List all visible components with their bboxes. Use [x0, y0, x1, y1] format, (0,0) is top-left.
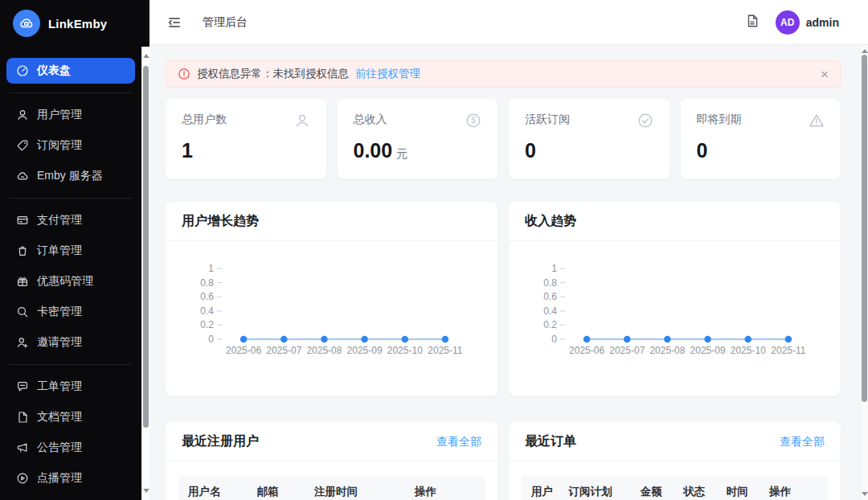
chart-title: 收入趋势 — [525, 213, 576, 230]
view-all-link[interactable]: 查看全部 — [436, 435, 481, 449]
sidebar-item-dashboard[interactable]: 仪表盘 — [6, 58, 135, 84]
license-alert: 授权信息异常：未找到授权信息 前往授权管理 × — [166, 60, 841, 88]
gift-icon — [16, 275, 29, 288]
sidebar-fold-icon[interactable] — [167, 14, 185, 31]
invite-user-icon — [16, 336, 29, 349]
sidebar-item-documents[interactable]: 文档管理 — [6, 404, 135, 430]
megaphone-icon — [16, 441, 29, 454]
sidebar-item-label: Emby 服务器 — [37, 169, 103, 183]
sidebar-item-tickets[interactable]: 工单管理 — [6, 374, 135, 400]
table-title: 最近订单 — [525, 433, 576, 450]
svg-text:2025-07: 2025-07 — [609, 345, 645, 356]
stat-label: 活跃订阅 — [525, 113, 570, 127]
alert-close-icon[interactable]: × — [821, 68, 829, 81]
stat-card-total-users: 总用户数1 — [166, 99, 326, 179]
avatar[interactable]: AD — [776, 10, 800, 35]
logo: LinkEmby — [0, 0, 149, 47]
document-icon — [16, 411, 29, 424]
column-header: 金额 — [641, 485, 684, 499]
nav-divider — [10, 198, 132, 199]
svg-text:0.4: 0.4 — [200, 305, 214, 317]
svg-text:0: 0 — [551, 334, 557, 345]
sidebar-item-label: 支付管理 — [37, 213, 82, 227]
svg-text:1: 1 — [208, 263, 214, 274]
column-header: 注册时间 — [314, 485, 415, 499]
column-header: 时间 — [727, 485, 770, 499]
sidebar-item-label: 卡密管理 — [37, 305, 82, 319]
revenue-chart: 收入趋势10.80.60.40.202025-062025-072025-082… — [509, 202, 841, 396]
alert-message: 授权信息异常：未找到授权信息 — [197, 67, 349, 81]
sidebar-item-subscriptions[interactable]: 订阅管理 — [6, 133, 135, 158]
svg-text:2025-07: 2025-07 — [266, 345, 301, 356]
svg-text:0.6: 0.6 — [543, 291, 557, 302]
sidebar-item-label: 用户管理 — [37, 108, 82, 122]
content: 授权信息异常：未找到授权信息 前往授权管理 × 总用户数1总收入$0.00元活跃… — [149, 45, 868, 500]
scroll-down-arrow-icon[interactable] — [862, 492, 868, 496]
magnifier-icon — [16, 305, 29, 318]
column-header: 订阅计划 — [568, 485, 640, 499]
order-bag-icon — [16, 244, 29, 257]
chat-bubble-icon — [16, 380, 29, 393]
sidebar-item-coupons[interactable]: 优惠码管理 — [6, 268, 135, 294]
sidebar-item-label: 仪表盘 — [37, 64, 71, 78]
stat-card-active-subscriptions: 活跃订阅0 — [509, 99, 669, 179]
sidebar-item-users[interactable]: 用户管理 — [6, 102, 135, 128]
column-header: 状态 — [683, 485, 727, 499]
topbar: 管理后台 AD admin — [149, 0, 868, 45]
sidebar-item-orders[interactable]: 订单管理 — [6, 238, 135, 264]
play-circle-icon — [16, 472, 29, 485]
nav-divider — [10, 364, 132, 365]
stat-value: 0 — [697, 139, 708, 162]
sidebar-scrollbar-thumb[interactable] — [143, 66, 149, 428]
sidebar-item-card-keys[interactable]: 卡密管理 — [6, 299, 135, 325]
sidebar-item-payments[interactable]: 支付管理 — [6, 207, 135, 233]
sidebar-item-label: 订阅管理 — [37, 138, 82, 153]
svg-text:2025-08: 2025-08 — [306, 345, 342, 356]
sidebar-item-label: 邀请管理 — [37, 335, 82, 350]
scroll-up-arrow-icon[interactable] — [862, 49, 868, 53]
sidebar-item-emby-servers[interactable]: Emby 服务器 — [6, 163, 135, 189]
stat-label: 总收入 — [354, 113, 387, 127]
svg-text:2025-09: 2025-09 — [347, 345, 383, 356]
scroll-up-arrow-icon[interactable] — [143, 54, 149, 58]
page-scrollbar[interactable] — [860, 45, 868, 500]
svg-text:2025-11: 2025-11 — [771, 345, 805, 356]
page-scrollbar-thumb[interactable] — [862, 55, 867, 402]
user-menu[interactable]: AD admin — [776, 10, 839, 35]
stat-label: 总用户数 — [182, 113, 227, 127]
scroll-down-arrow-icon[interactable] — [143, 489, 149, 493]
goto-license-link[interactable]: 前往授权管理 — [355, 67, 420, 81]
svg-text:2025-10: 2025-10 — [731, 345, 766, 356]
column-header: 操作 — [769, 485, 818, 499]
tag-icon — [16, 139, 29, 152]
table-title: 最近注册用户 — [182, 433, 259, 450]
table-card-recent-users: 最近注册用户查看全部用户名邮箱注册时间操作 — [166, 422, 497, 500]
sidebar-scrollbar[interactable] — [141, 47, 149, 500]
logo-cloud-icon — [13, 10, 40, 37]
main-area: 管理后台 AD admin — [149, 0, 868, 500]
error-circle-icon — [178, 68, 190, 80]
sidebar-item-invites[interactable]: 邀请管理 — [6, 330, 135, 355]
cloud-server-icon — [16, 170, 29, 182]
svg-text:0.6: 0.6 — [200, 291, 214, 302]
svg-text:0: 0 — [208, 334, 214, 345]
dashboard-icon — [16, 64, 29, 77]
sidebar-item-vod[interactable]: 点播管理 — [6, 465, 135, 491]
view-all-link[interactable]: 查看全部 — [780, 435, 825, 449]
sidebar-item-label: 点播管理 — [37, 471, 82, 486]
topbar-right: AD admin — [745, 10, 849, 35]
svg-text:0.2: 0.2 — [543, 319, 557, 330]
document-icon[interactable] — [745, 14, 763, 31]
svg-text:0.8: 0.8 — [543, 277, 557, 289]
sidebar-item-label: 公告管理 — [37, 441, 82, 455]
admin-dashboard-page: LinkEmby 仪表盘用户管理订阅管理Emby 服务器支付管理订单管理优惠码管… — [0, 0, 868, 500]
warning-triangle-icon — [809, 113, 825, 132]
stat-value: 0 — [525, 139, 536, 162]
stat-card-total-revenue: 总收入$0.00元 — [338, 99, 498, 179]
sidebar-item-announcements[interactable]: 公告管理 — [6, 435, 135, 461]
svg-text:0.2: 0.2 — [200, 319, 214, 330]
svg-text:2025-10: 2025-10 — [387, 345, 423, 356]
column-header: 用户 — [531, 485, 568, 499]
sidebar: LinkEmby 仪表盘用户管理订阅管理Emby 服务器支付管理订单管理优惠码管… — [0, 0, 149, 500]
column-header: 邮箱 — [257, 485, 314, 499]
